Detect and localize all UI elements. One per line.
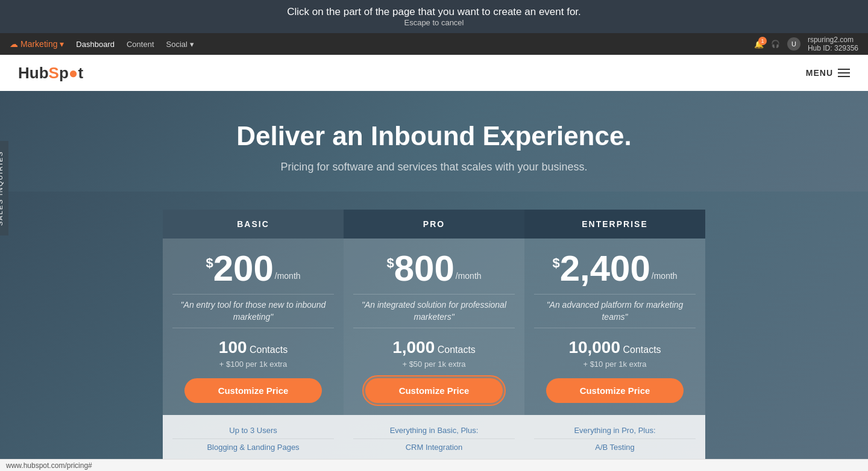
pro-description: "An integrated solution for professional… [353, 294, 515, 328]
pro-price-amount: 800 [394, 251, 454, 287]
sales-inquiries-tab[interactable]: SALES INQUIRIES [0, 141, 8, 236]
logo-dot2: ● [69, 64, 78, 82]
basic-description: "An entry tool for those new to inbound … [172, 294, 334, 328]
notification-sub-text: Escape to cancel [12, 18, 856, 27]
notification-main-text: Click on the part of the page that you w… [12, 6, 856, 18]
pro-customize-btn[interactable]: Customize Price [365, 378, 503, 403]
basic-card-body: $ 200 /month "An entry tool for those ne… [163, 239, 344, 415]
nav-logo: ☁ Marketing ▾ [10, 39, 64, 49]
hero-section: Deliver an Inbound Experience. Pricing f… [0, 91, 868, 192]
basic-contacts-line: 100 Contacts [172, 338, 334, 357]
top-nav: ☁ Marketing ▾ Dashboard Content Social ▾… [0, 33, 868, 55]
basic-card: BASIC $ 200 /month "An entry tool for th… [163, 210, 344, 463]
notification-badge: 1 [758, 37, 767, 45]
basic-price-amount: 200 [213, 251, 274, 287]
hubspot-nav-icon: ☁ [10, 39, 18, 49]
enterprise-contacts-extra: + $10 per 1k extra [534, 360, 696, 369]
nav-social[interactable]: Social ▾ [166, 40, 194, 49]
pro-dollar-sign: $ [386, 255, 394, 271]
hero-subtitle: Pricing for software and services that s… [0, 161, 868, 173]
pricing-cards: BASIC $ 200 /month "An entry tool for th… [163, 210, 705, 463]
hamburger-icon [838, 69, 850, 77]
status-url: www.hubspot.com/pricing# [6, 461, 92, 470]
menu-label: MENU [806, 68, 833, 78]
enterprise-card: ENTERPRISE $ 2,400 /month "An advanced p… [524, 210, 705, 463]
pro-card-footer: Everything in Basic, Plus: CRM Integrati… [344, 415, 524, 463]
nav-dashboard[interactable]: Dashboard [76, 40, 115, 49]
enterprise-footer-item-1: A/B Testing [534, 439, 696, 455]
site-header: HubSp●t MENU [0, 55, 868, 91]
pro-price-period: /month [456, 271, 482, 281]
pro-card: PRO $ 800 /month "An integrated solution… [344, 210, 524, 463]
user-avatar[interactable]: U [787, 37, 800, 51]
enterprise-price-amount: 2,400 [560, 251, 650, 287]
enterprise-card-body: $ 2,400 /month "An advanced platform for… [524, 239, 705, 415]
logo-dot: S [49, 64, 59, 82]
enterprise-contacts-label: Contacts [623, 345, 661, 355]
basic-card-header: BASIC [163, 210, 344, 239]
enterprise-footer-item-0: Everything in Pro, Plus: [534, 422, 696, 439]
basic-contacts-count: 100 [219, 338, 247, 357]
enterprise-price-period: /month [652, 271, 678, 281]
enterprise-contacts-count: 10,000 [568, 338, 620, 357]
menu-button[interactable]: MENU [806, 68, 850, 78]
basic-card-footer: Up to 3 Users Blogging & Landing Pages [163, 415, 344, 463]
pro-contacts-count: 1,000 [392, 338, 435, 357]
sales-tab-label: SALES INQUIRIES [0, 151, 4, 226]
basic-contacts-label: Contacts [250, 345, 288, 355]
basic-customize-btn[interactable]: Customize Price [184, 378, 322, 403]
basic-tier-label: BASIC [237, 219, 269, 229]
pro-card-body: $ 800 /month "An integrated solution for… [344, 239, 524, 415]
basic-price-line: $ 200 /month [172, 251, 334, 287]
pricing-section: BASIC $ 200 /month "An entry tool for th… [0, 192, 868, 471]
basic-price-period: /month [275, 271, 301, 281]
status-bar: www.hubspot.com/pricing# [0, 459, 868, 471]
basic-footer-item-1: Blogging & Landing Pages [172, 439, 334, 455]
basic-footer-item-0: Up to 3 Users [172, 422, 334, 439]
pro-contacts-extra: + $50 per 1k extra [353, 360, 515, 369]
pro-contacts-label: Contacts [438, 345, 476, 355]
pro-tier-label: PRO [423, 219, 445, 229]
pro-footer-item-0: Everything in Basic, Plus: [353, 422, 515, 439]
enterprise-contacts-line: 10,000 Contacts [534, 338, 696, 357]
pro-contacts-line: 1,000 Contacts [353, 338, 515, 357]
enterprise-card-header: ENTERPRISE [524, 210, 705, 239]
headset-icon[interactable]: 🎧 [771, 40, 780, 48]
hubspot-logo: HubSp●t [18, 64, 83, 83]
user-info: rspuring2.comHub ID: 329356 [808, 36, 858, 52]
enterprise-customize-btn[interactable]: Customize Price [546, 378, 684, 403]
enterprise-dollar-sign: $ [552, 255, 559, 271]
notification-bar: Click on the part of the page that you w… [0, 0, 868, 33]
enterprise-card-footer: Everything in Pro, Plus: A/B Testing [524, 415, 705, 463]
pro-footer-item-1: CRM Integration [353, 439, 515, 455]
enterprise-price-line: $ 2,400 /month [534, 251, 696, 287]
notifications-icon[interactable]: 🔔 1 [754, 40, 764, 49]
basic-dollar-sign: $ [206, 255, 213, 271]
enterprise-tier-label: ENTERPRISE [582, 219, 647, 229]
basic-contacts-extra: + $100 per 1k extra [172, 360, 334, 369]
enterprise-description: "An advanced platform for marketing team… [534, 294, 696, 328]
nav-content[interactable]: Content [127, 40, 154, 49]
nav-marketing[interactable]: Marketing ▾ [20, 39, 64, 49]
top-nav-right: 🔔 1 🎧 U rspuring2.comHub ID: 329356 [754, 36, 858, 52]
hero-title: Deliver an Inbound Experience. [0, 121, 868, 151]
pro-card-header: PRO [344, 210, 524, 239]
pro-price-line: $ 800 /month [353, 251, 515, 287]
